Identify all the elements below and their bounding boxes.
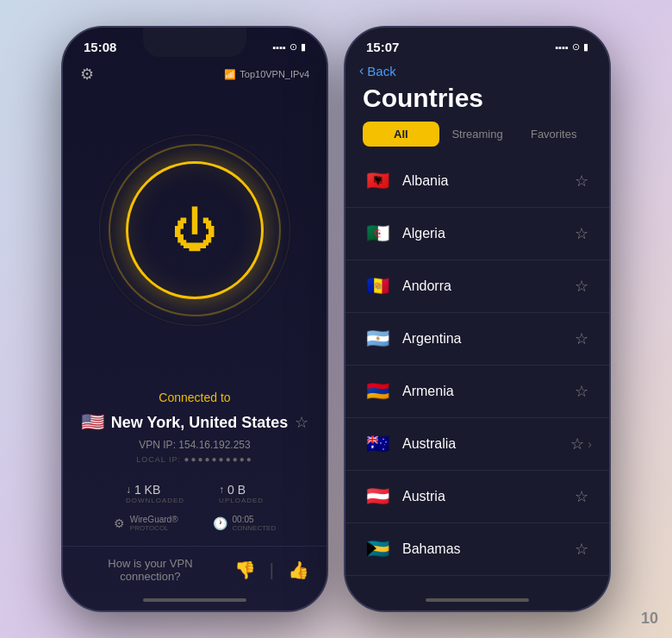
timer-value: 00:05 — [233, 515, 277, 524]
timer-info: 00:05 CONNECTED — [233, 515, 277, 532]
back-chevron-icon: ‹ — [359, 63, 364, 78]
phone1-screen: 15:08 ▪▪▪▪ ⊙ ▮ ⚙ 📶 Top10VPN_IPv4 — [63, 28, 327, 610]
power-ring-outer: ⏻ — [109, 144, 281, 316]
timer-item: 🕐 00:05 CONNECTED — [213, 515, 277, 532]
upload-arrow: ↑ — [219, 484, 224, 496]
star-andorra[interactable]: ☆ — [575, 277, 588, 296]
countries-list: 🇦🇱 Albania ☆ 🇩🇿 Algeria ☆ 🇦🇩 Andorra ☆ 🇦… — [345, 155, 609, 593]
protocol-item: ⚙ WireGuard® PROTOCOL — [114, 515, 178, 532]
home-indicator-2 — [426, 598, 529, 602]
star-austria[interactable]: ☆ — [575, 487, 588, 506]
local-ip-value: ●●●●●●●●●● — [184, 454, 252, 464]
country-item-argentina[interactable]: 🇦🇷 Argentina ☆ — [345, 313, 609, 366]
timer-icon: 🕐 — [213, 516, 227, 530]
country-item-armenia[interactable]: 🇦🇲 Armenia ☆ — [345, 366, 609, 418]
signal-icon-2: ▪▪▪▪ — [555, 42, 569, 53]
star-algeria[interactable]: ☆ — [575, 224, 588, 243]
flag-algeria: 🇩🇿 — [363, 219, 392, 248]
protocol-row: ⚙ WireGuard® PROTOCOL 🕐 00:05 CONNECTED — [63, 515, 327, 532]
star-armenia[interactable]: ☆ — [575, 382, 588, 401]
country-item-australia[interactable]: 🇦🇺 Australia ☆ › — [345, 418, 609, 471]
country-item-bangladesh[interactable]: 🇧🇩 Bangladesh ☆ › — [345, 576, 609, 593]
country-item-bahamas[interactable]: 🇧🇸 Bahamas ☆ — [345, 523, 609, 576]
feedback-row: How is your VPN connection? 👎 | 👍 — [63, 546, 327, 593]
wifi-icon-2: ⊙ — [572, 41, 580, 53]
power-button[interactable]: ⏻ — [126, 161, 264, 299]
power-icon: ⏻ — [172, 208, 217, 253]
tab-all[interactable]: All — [363, 122, 439, 147]
upload-label: UPLOADED — [219, 497, 264, 504]
thumbs-down-button[interactable]: 👎 — [234, 560, 256, 580]
flag-argentina: 🇦🇷 — [363, 324, 392, 353]
flag-bangladesh: 🇧🇩 — [363, 587, 392, 593]
star-albania[interactable]: ☆ — [575, 172, 588, 191]
country-name-austria: Austria — [402, 489, 575, 504]
battery-icon-2: ▮ — [583, 41, 588, 53]
upload-value: ↑ 0 B — [219, 483, 264, 497]
feedback-text: How is your VPN connection? — [80, 557, 221, 583]
download-value: ↓ 1 KB — [126, 483, 184, 497]
vpn-ip: VPN IP: 154.16.192.253 — [80, 439, 309, 451]
location-name: New York, United States — [111, 414, 288, 432]
tab-streaming[interactable]: Streaming — [439, 122, 516, 147]
country-item-austria[interactable]: 🇦🇹 Austria ☆ — [345, 471, 609, 523]
protocol-label: PROTOCOL — [130, 524, 178, 532]
star-australia[interactable]: ☆ — [570, 435, 584, 453]
protocol-name: WireGuard® — [130, 515, 178, 524]
countries-title: Countries — [345, 80, 609, 122]
protocol-icon: ⚙ — [114, 516, 125, 530]
tab-bar: All Streaming Favorites — [345, 122, 609, 155]
power-button-container: ⏻ — [63, 70, 327, 391]
stats-row: ↓ 1 KB DOWNLOADED ↑ 0 B UPLOADED — [63, 483, 327, 504]
star-bangladesh[interactable]: ☆ — [570, 592, 584, 593]
phone2-screen: 15:07 ▪▪▪▪ ⊙ ▮ ‹ Back Countries All Stre… — [345, 28, 609, 610]
battery-icon: ▮ — [301, 41, 306, 53]
country-name-armenia: Armenia — [402, 384, 575, 399]
wifi-icon: ⊙ — [289, 41, 297, 53]
timer-label: CONNECTED — [233, 524, 277, 532]
download-arrow: ↓ — [126, 484, 131, 496]
location-row: 🇺🇸 New York, United States ☆ — [80, 411, 309, 434]
phones-container: 15:08 ▪▪▪▪ ⊙ ▮ ⚙ 📶 Top10VPN_IPv4 — [61, 26, 611, 612]
back-row: ‹ Back — [345, 58, 609, 80]
flag-austria: 🇦🇹 — [363, 482, 392, 511]
back-button[interactable]: Back — [367, 64, 395, 78]
flag-albania: 🇦🇱 — [363, 166, 392, 196]
connected-to-label: Connected to — [80, 391, 309, 404]
download-stat: ↓ 1 KB DOWNLOADED — [126, 483, 184, 504]
phone-1: 15:08 ▪▪▪▪ ⊙ ▮ ⚙ 📶 Top10VPN_IPv4 — [61, 26, 328, 612]
thumbs-up-button[interactable]: 👍 — [288, 560, 309, 580]
upload-stat: ↑ 0 B UPLOADED — [219, 483, 264, 504]
phone-2: 15:07 ▪▪▪▪ ⊙ ▮ ‹ Back Countries All Stre… — [344, 26, 611, 612]
favorite-star[interactable]: ☆ — [295, 413, 308, 432]
feedback-separator: | — [270, 560, 274, 580]
protocol-info: WireGuard® PROTOCOL — [130, 515, 178, 532]
country-name-argentina: Argentina — [402, 331, 575, 347]
status-icons-1: ▪▪▪▪ ⊙ ▮ — [272, 41, 306, 53]
flag-armenia: 🇦🇲 — [363, 377, 392, 406]
signal-icon: ▪▪▪▪ — [272, 42, 286, 53]
status-bar-2: 15:07 ▪▪▪▪ ⊙ ▮ — [345, 28, 609, 58]
country-item-algeria[interactable]: 🇩🇿 Algeria ☆ — [345, 208, 609, 260]
flag-andorra: 🇦🇩 — [363, 272, 392, 301]
country-name-algeria: Algeria — [402, 226, 575, 241]
connection-info: Connected to 🇺🇸 New York, United States … — [63, 391, 327, 483]
status-icons-2: ▪▪▪▪ ⊙ ▮ — [555, 41, 588, 53]
local-ip-row: LOCAL IP: ●●●●●●●●●● — [80, 454, 309, 464]
country-item-albania[interactable]: 🇦🇱 Albania ☆ — [345, 155, 609, 208]
country-name-australia: Australia — [402, 436, 570, 452]
status-bar-1: 15:08 ▪▪▪▪ ⊙ ▮ — [63, 28, 327, 58]
country-name-albania: Albania — [402, 173, 575, 189]
flag-bahamas: 🇧🇸 — [363, 535, 392, 564]
chevron-australia: › — [588, 437, 592, 451]
country-item-andorra[interactable]: 🇦🇩 Andorra ☆ — [345, 260, 609, 313]
tab-favorites[interactable]: Favorites — [515, 122, 592, 147]
country-name-bahamas: Bahamas — [402, 541, 575, 557]
time-2: 15:07 — [366, 40, 399, 54]
download-label: DOWNLOADED — [126, 497, 184, 504]
time-1: 15:08 — [84, 40, 116, 54]
star-argentina[interactable]: ☆ — [575, 329, 588, 348]
download-amount: 1 KB — [134, 483, 160, 497]
star-bahamas[interactable]: ☆ — [575, 540, 588, 559]
watermark: 10 — [641, 610, 658, 628]
